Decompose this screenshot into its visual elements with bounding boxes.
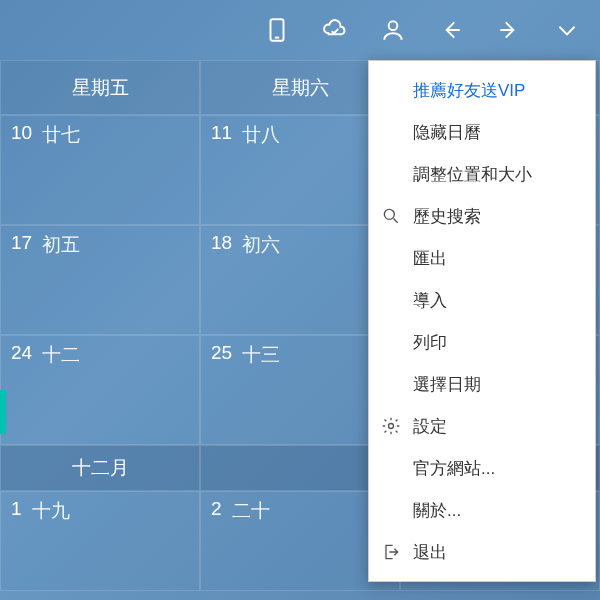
dropdown-menu: 推薦好友送VIP隐藏日曆調整位置和大小歷史搜索匯出導入列印選擇日期設定官方網站.… bbox=[368, 60, 596, 582]
menu-item-label: 推薦好友送VIP bbox=[413, 79, 525, 102]
menu-item-5[interactable]: 導入 bbox=[369, 279, 595, 321]
menu-item-10[interactable]: 關於... bbox=[369, 489, 595, 531]
menu-item-0[interactable]: 推薦好友送VIP bbox=[369, 69, 595, 111]
menu-item-8[interactable]: 設定 bbox=[369, 405, 595, 447]
day-cell[interactable]: 17初五 bbox=[0, 225, 200, 335]
menu-item-label: 退出 bbox=[413, 541, 447, 564]
menu-item-1[interactable]: 隐藏日曆 bbox=[369, 111, 595, 153]
day-cell[interactable]: 10廿七 bbox=[0, 115, 200, 225]
weekday-header: 星期五 bbox=[0, 60, 200, 115]
menu-item-label: 匯出 bbox=[413, 247, 447, 270]
menu-item-4[interactable]: 匯出 bbox=[369, 237, 595, 279]
back-arrow-icon[interactable] bbox=[438, 17, 464, 43]
menu-item-label: 選擇日期 bbox=[413, 373, 481, 396]
cloud-sync-icon[interactable] bbox=[322, 17, 348, 43]
menu-item-6[interactable]: 列印 bbox=[369, 321, 595, 363]
forward-arrow-icon[interactable] bbox=[496, 17, 522, 43]
menu-item-label: 官方網站... bbox=[413, 457, 495, 480]
menu-item-label: 歷史搜索 bbox=[413, 205, 481, 228]
search-icon bbox=[381, 206, 401, 226]
menu-item-label: 調整位置和大小 bbox=[413, 163, 532, 186]
menu-item-label: 導入 bbox=[413, 289, 447, 312]
menu-item-9[interactable]: 官方網站... bbox=[369, 447, 595, 489]
menu-item-label: 列印 bbox=[413, 331, 447, 354]
chevron-down-icon[interactable] bbox=[554, 17, 580, 43]
svg-point-7 bbox=[389, 424, 394, 429]
menu-item-3[interactable]: 歷史搜索 bbox=[369, 195, 595, 237]
menu-item-2[interactable]: 調整位置和大小 bbox=[369, 153, 595, 195]
gear-icon bbox=[381, 416, 401, 436]
month-label: 十二月 bbox=[0, 445, 200, 491]
menu-item-label: 關於... bbox=[413, 499, 461, 522]
toolbar bbox=[0, 0, 600, 60]
svg-point-2 bbox=[389, 21, 398, 30]
menu-item-7[interactable]: 選擇日期 bbox=[369, 363, 595, 405]
exit-icon bbox=[381, 542, 401, 562]
phone-icon[interactable] bbox=[264, 17, 290, 43]
person-icon[interactable] bbox=[380, 17, 406, 43]
day-cell[interactable]: 24十二 bbox=[0, 335, 200, 445]
today-marker bbox=[0, 390, 6, 434]
svg-line-6 bbox=[394, 219, 398, 223]
menu-item-label: 設定 bbox=[413, 415, 447, 438]
menu-item-11[interactable]: 退出 bbox=[369, 531, 595, 573]
svg-point-5 bbox=[384, 209, 394, 219]
menu-item-label: 隐藏日曆 bbox=[413, 121, 481, 144]
day-cell[interactable]: 1十九 bbox=[0, 491, 200, 591]
